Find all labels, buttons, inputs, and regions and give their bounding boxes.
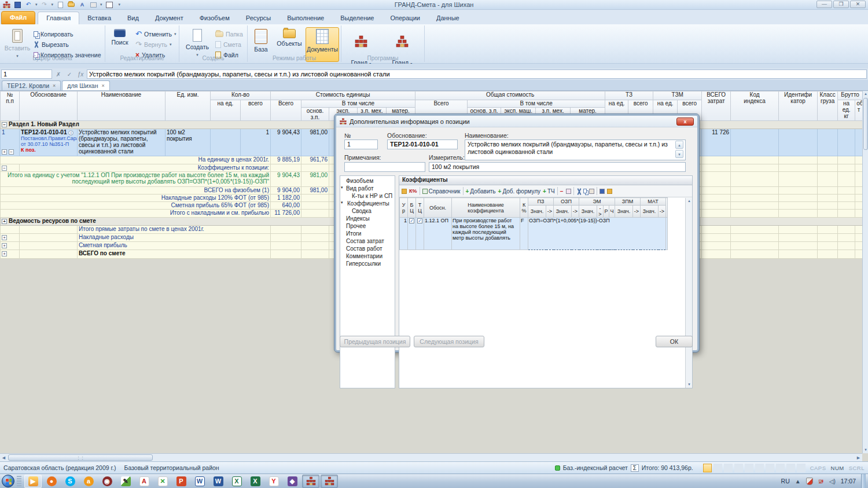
tree-item-fizobem[interactable]: Физобъем [340, 177, 395, 185]
view-icon-8[interactable] [776, 464, 785, 472]
tab-resursy[interactable]: Ресурсы [238, 12, 279, 24]
taskbar-icon-grand-smeta-2[interactable] [321, 475, 338, 488]
col-num[interactable]: № п.п [1, 91, 20, 121]
expanded-icon[interactable]: ▾ [341, 200, 343, 205]
view-normal-icon[interactable] [703, 464, 712, 472]
new-folder-button[interactable]: Папка [215, 30, 243, 39]
panel-vertical-scrollbar[interactable]: ▲ ▼ [685, 198, 692, 388]
dialog-titlebar[interactable]: Дополнительная информация о позиции x [336, 116, 697, 127]
taskbar-icon-powerpoint[interactable]: P [172, 475, 190, 488]
taskbar-icon-communicator[interactable]: ◆ [284, 475, 301, 488]
col-brutto-total[interactable]: обща т [855, 100, 863, 121]
letter-icon[interactable]: A [78, 1, 86, 9]
tree-item-kty-nr-sp[interactable]: К-ты к НР и СП [340, 192, 395, 200]
col-brutto-per[interactable]: на ед. кг [838, 100, 855, 121]
tree-item-giperssylki[interactable]: Гиперссылки [340, 260, 395, 267]
tab-dannye[interactable]: Данные [428, 12, 468, 24]
taskbar-icon-yandex[interactable]: Y [265, 475, 282, 488]
taskbar-icon-app-circle[interactable]: ◉ [98, 475, 116, 488]
vertical-scrollbar[interactable]: ▲ ▼ [862, 91, 868, 453]
add-tch-button[interactable]: +ТЧ [543, 188, 555, 195]
col-cost-total[interactable]: Всего [271, 100, 301, 121]
cell-reference-input[interactable] [1, 69, 52, 79]
col-basis[interactable]: Обоснование [20, 91, 78, 121]
clear-icon[interactable] [566, 189, 571, 194]
scroll-up-icon[interactable]: ▲ [675, 141, 683, 149]
formula-input[interactable] [87, 69, 867, 79]
customize-qat-icon[interactable]: ▾ [119, 2, 121, 7]
cut-icon[interactable] [576, 188, 581, 194]
restore-button[interactable]: ❐ [833, 1, 849, 8]
tree-item-vid-rabot[interactable]: ▾Вид работ [340, 185, 395, 192]
col-vsego-zatrat[interactable]: ВСЕГО затрат [702, 91, 731, 121]
col-name[interactable]: Наименование [78, 91, 165, 121]
tree-item-kommentarii[interactable]: Комментарии [340, 252, 395, 260]
print-dropdown-icon[interactable]: ▾ [100, 2, 102, 7]
base-mode-button[interactable]: База [249, 28, 273, 53]
fx-icon[interactable]: ƒx [76, 71, 85, 78]
tree-item-prochee[interactable]: Прочее [340, 222, 395, 230]
coefficient-row[interactable]: 1 ✓ ✓ 1.12.1 ОП При производстве работ н… [400, 218, 668, 250]
tab-vstavka[interactable]: Вставка [79, 12, 119, 24]
col-qty-per[interactable]: на ед. [211, 100, 241, 121]
col-k[interactable]: К % [520, 198, 528, 218]
k-percent-icon[interactable]: К% [409, 188, 417, 194]
col-em-arrow[interactable]: -> [597, 206, 604, 218]
taskbar-icon-word-viewer[interactable]: W [191, 475, 208, 488]
scroll-right-icon[interactable]: ▶ [855, 454, 862, 461]
num-field[interactable]: 1 [344, 140, 378, 149]
tab-glavnaya[interactable]: Главная [38, 12, 79, 24]
network-icon[interactable]: 🖳 [818, 478, 824, 485]
scroll-down-icon[interactable]: ▼ [686, 381, 693, 388]
tree-item-svodka[interactable]: Сводка [340, 207, 395, 215]
col-em-ch[interactable]: Ч [609, 206, 615, 218]
col-qty[interactable]: Кол-во [211, 91, 271, 100]
col-bc[interactable]: Б Ц [408, 198, 416, 218]
speaker-icon[interactable]: ◁) [829, 478, 836, 485]
view-icon-7[interactable] [766, 464, 774, 472]
reference-button[interactable]: Справочник [422, 188, 461, 195]
tree-item-sostav-rabot[interactable]: Состав работ [340, 245, 395, 252]
view-icon-9[interactable] [786, 464, 795, 472]
col-mat-znach[interactable]: Знач. [641, 206, 659, 218]
collapse-icon[interactable]: − [9, 149, 14, 155]
tray-expand-icon[interactable]: ▲ [795, 478, 801, 485]
taskbar-icon-skype[interactable]: S [61, 475, 79, 488]
col-tz[interactable]: ТЗ [605, 91, 653, 100]
col-unit[interactable]: Ед. изм. [165, 91, 211, 121]
remove-icon[interactable]: − [560, 188, 564, 195]
document-export-icon[interactable] [56, 1, 64, 9]
undo-dropdown-icon[interactable]: ▾ [35, 2, 38, 7]
col-ozp[interactable]: ОЗП [554, 198, 579, 206]
collapse-icon[interactable]: − [2, 122, 7, 127]
expand-icon[interactable]: + [2, 243, 7, 248]
cancel-icon[interactable]: ✗ [54, 71, 63, 78]
tree-item-itogi[interactable]: Итоги [340, 230, 395, 237]
objects-mode-button[interactable]: Объекты [274, 28, 304, 47]
view-icon-6[interactable] [755, 464, 764, 472]
expand-icon[interactable]: + [2, 251, 7, 256]
tab-operacii[interactable]: Операции [382, 12, 428, 24]
col-ozp-arrow[interactable]: -> [572, 206, 579, 218]
col-brutto[interactable]: Брутто [838, 91, 863, 100]
expand-icon[interactable]: + [2, 219, 7, 224]
name-field[interactable]: Устройство мелких покрытий (брандмауэры,… [465, 140, 686, 160]
redo-dropdown-icon[interactable]: ▾ [52, 2, 54, 7]
col-total-cost[interactable]: Общая стоимость [415, 91, 605, 100]
view-icon-10[interactable] [797, 464, 806, 472]
taskbar-icon-word[interactable]: W [209, 475, 227, 488]
vertical-scroll-thumb[interactable] [863, 98, 868, 150]
col-identifikator[interactable]: Идентифи катор [779, 91, 818, 121]
col-mat[interactable]: МАТ [641, 198, 666, 206]
paste-button[interactable]: Вставить▾ [3, 28, 31, 58]
copy-button[interactable]: Копировать [34, 30, 73, 39]
col-ur[interactable]: У р [400, 198, 408, 218]
cell-formula[interactable]: ОЗП=ОЗП*(1+0,005*(19-15))-ОЗП [528, 218, 666, 250]
dialog-close-button[interactable]: x [676, 118, 694, 126]
info-icon[interactable]: i [68, 130, 73, 135]
col-tc[interactable]: Т Ц [416, 198, 424, 218]
col-mat-arrow[interactable]: -> [659, 206, 666, 218]
taskbar-icon-excel[interactable]: X [247, 475, 264, 488]
col-koef-name[interactable]: Наименование коэффициента [452, 198, 520, 218]
col-including[interactable]: В том числе [301, 100, 415, 108]
